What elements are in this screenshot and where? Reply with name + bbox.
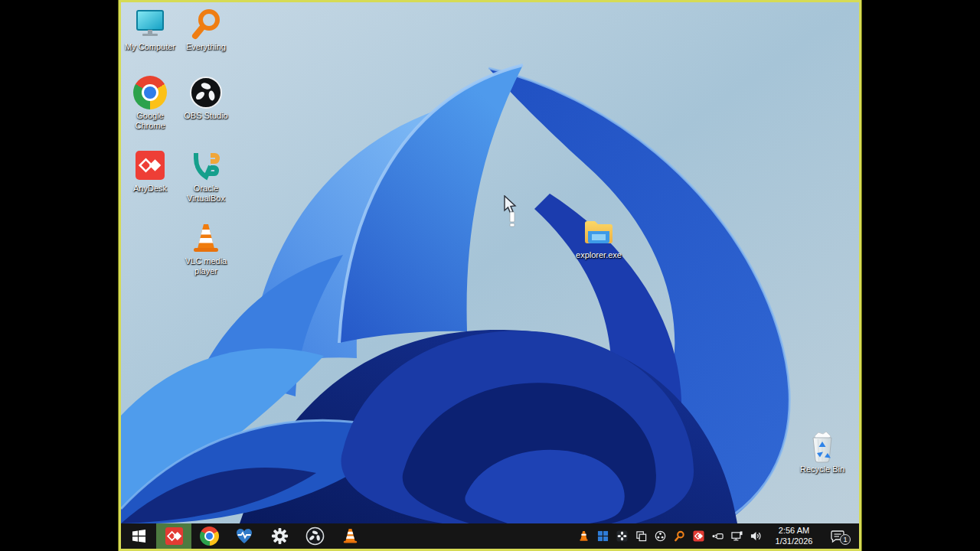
taskbar-button-health-pulse[interactable] — [227, 523, 262, 549]
desktop-icon-google-chrome[interactable]: Google Chrome — [121, 76, 179, 131]
desktop-icon-label: Oracle VirtualBox — [178, 184, 234, 204]
recycle-bin-icon — [805, 429, 839, 463]
my-computer-icon — [133, 7, 167, 41]
taskbar-button-anydesk[interactable] — [156, 523, 191, 549]
tray-everything-search[interactable] — [671, 527, 688, 546]
anydesk-icon — [133, 148, 167, 182]
usb-plug-icon — [711, 530, 724, 542]
vm-screen-frame: My Computer Everything Google Chrome — [119, 0, 861, 551]
desktop-icon-label: explorer.exe — [576, 250, 622, 260]
heart-pulse-icon — [235, 527, 253, 546]
taskbar-button-chrome[interactable] — [191, 523, 227, 549]
desktop-icon-label: AnyDesk — [133, 184, 167, 194]
vlc-cone-icon — [189, 221, 223, 255]
copy-squares-icon — [635, 530, 647, 542]
tray-obs[interactable] — [652, 527, 668, 546]
desktop-icon-anydesk[interactable]: AnyDesk — [121, 148, 179, 194]
taskbar: 2:56 AM 1/31/2026 1 — [121, 523, 859, 549]
folder-explorer-icon — [582, 215, 616, 249]
windows-logo-icon — [132, 529, 146, 543]
tray-apps-grid[interactable] — [595, 527, 611, 546]
taskbar-button-obs[interactable] — [297, 523, 332, 549]
anydesk-icon — [165, 527, 184, 546]
clock-time: 2:56 AM — [770, 526, 818, 536]
desktop-icon-label: Everything — [186, 42, 226, 52]
taskbar-clock[interactable]: 2:56 AM 1/31/2026 — [770, 526, 818, 547]
desktop-icon-my-computer[interactable]: My Computer — [121, 7, 179, 52]
desktop-icon-oracle-virtualbox[interactable]: Oracle VirtualBox — [177, 148, 235, 204]
tray-anydesk[interactable] — [691, 527, 707, 546]
taskbar-pinned-apps — [121, 523, 368, 549]
speaker-icon — [750, 530, 763, 542]
chrome-icon — [200, 527, 219, 546]
tray-vlc[interactable] — [576, 527, 592, 546]
desktop-icon-label: Recycle Bin — [800, 465, 844, 474]
tray-clipboard[interactable] — [633, 527, 649, 546]
clock-date: 1/31/2026 — [770, 536, 818, 547]
desktop-icon-label: OBS Studio — [184, 111, 227, 121]
chrome-icon — [133, 76, 167, 109]
obs-icon — [305, 527, 325, 546]
desktop-icon-obs-studio[interactable]: OBS Studio — [177, 76, 235, 121]
desktop-icon-label: My Computer — [125, 42, 175, 52]
obs-icon — [655, 530, 666, 542]
obs-icon — [189, 76, 223, 109]
taskbar-button-settings[interactable] — [262, 523, 297, 549]
pinwheel-icon — [616, 530, 628, 542]
desktop-icon-vlc[interactable]: VLC media player — [177, 221, 235, 276]
tray-network[interactable] — [729, 527, 745, 546]
tray-volume[interactable] — [748, 527, 764, 546]
action-center-button[interactable]: 1 — [824, 527, 851, 546]
notification-count-badge: 1 — [840, 534, 851, 545]
tray-safely-remove-hardware[interactable] — [710, 527, 726, 546]
tray-pinwheel[interactable] — [614, 527, 630, 546]
vlc-cone-icon — [341, 527, 359, 545]
vlc-cone-icon — [578, 530, 590, 542]
desktop-icon-explorer-exe[interactable]: explorer.exe — [570, 215, 628, 260]
start-button[interactable] — [121, 523, 156, 549]
desktop-icon-label: Google Chrome — [122, 111, 178, 131]
desktop-icon-recycle-bin[interactable]: Recycle Bin — [793, 429, 851, 474]
gear-icon — [271, 527, 289, 545]
desktop-icon-everything[interactable]: Everything — [177, 7, 235, 52]
ethernet-network-icon — [730, 530, 743, 542]
anydesk-icon — [693, 530, 704, 542]
desktop-icon-label: VLC media player — [178, 256, 234, 276]
everything-search-icon — [189, 7, 223, 41]
taskbar-button-vlc[interactable] — [332, 523, 368, 549]
blue-grid-icon — [597, 530, 609, 542]
desktop-wallpaper[interactable]: My Computer Everything Google Chrome — [121, 2, 859, 523]
search-icon — [674, 530, 685, 542]
system-tray: 2:56 AM 1/31/2026 1 — [576, 523, 851, 549]
virtualbox-icon — [189, 148, 223, 182]
